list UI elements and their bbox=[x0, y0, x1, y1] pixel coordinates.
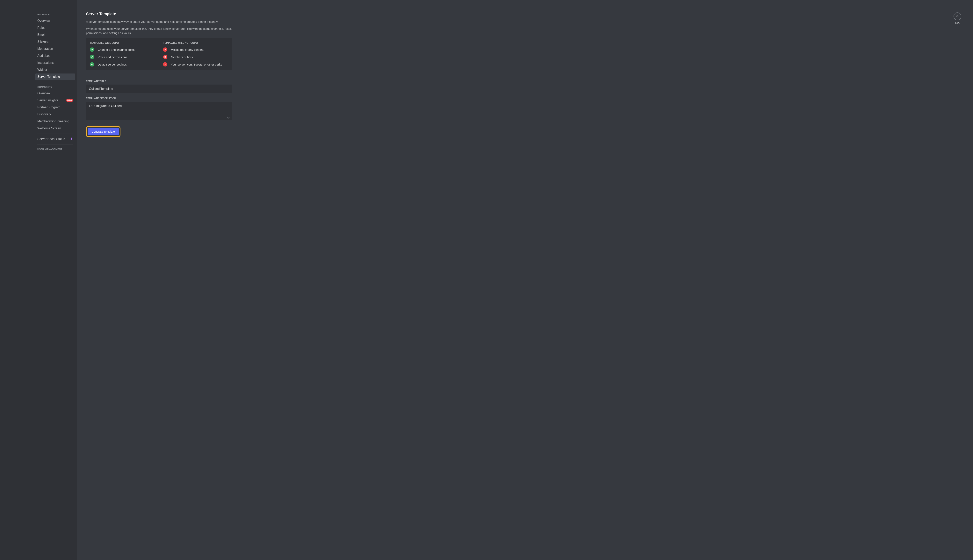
wont-copy-row: Messages or any content bbox=[163, 47, 229, 52]
sidebar-item-label: Moderation bbox=[37, 47, 53, 50]
sidebar-item-label: Overview bbox=[37, 19, 50, 23]
sidebar-item-label: Stickers bbox=[37, 40, 48, 43]
divider bbox=[37, 82, 73, 82]
will-copy-text: Default server settings bbox=[98, 63, 127, 66]
sidebar-section-user-management: USER MANAGEMENT bbox=[35, 147, 75, 152]
sidebar-item-label: Server Template bbox=[37, 75, 60, 78]
sidebar-item-community-overview[interactable]: Overview bbox=[35, 90, 75, 97]
sidebar-item-welcome-screen[interactable]: Welcome Screen bbox=[35, 125, 75, 132]
close-icon bbox=[956, 14, 959, 18]
close-button[interactable] bbox=[953, 12, 961, 20]
main-panel: ESC Server Template A server template is… bbox=[77, 0, 973, 560]
sidebar-section-server: ELDRITCH bbox=[35, 12, 75, 18]
sidebar-section-community: COMMUNITY bbox=[35, 84, 75, 90]
sidebar-item-label: Overview bbox=[37, 92, 50, 95]
char-count: 95 bbox=[227, 117, 230, 120]
boost-icon bbox=[70, 137, 73, 141]
sidebar-item-server-insights[interactable]: Server Insights NEW bbox=[35, 97, 75, 103]
generate-button-highlight: Generate Template bbox=[86, 126, 120, 137]
check-icon bbox=[90, 47, 94, 52]
sidebar-item-emoji[interactable]: Emoji bbox=[35, 32, 75, 38]
sidebar-item-server-boost[interactable]: Server Boost Status bbox=[35, 136, 75, 142]
sidebar-item-label: Welcome Screen bbox=[37, 127, 61, 130]
sidebar-item-overview[interactable]: Overview bbox=[35, 18, 75, 24]
generate-template-button[interactable]: Generate Template bbox=[88, 128, 119, 135]
template-title-input[interactable] bbox=[86, 85, 232, 93]
page-desc-2: When someone uses your server template l… bbox=[86, 27, 232, 35]
sidebar-item-label: Audit Log bbox=[37, 54, 50, 58]
x-icon bbox=[163, 55, 167, 59]
will-copy-text: Channels and channel topics bbox=[98, 48, 135, 51]
will-copy-row: Roles and permissions bbox=[90, 55, 155, 59]
page-title: Server Template bbox=[86, 12, 232, 16]
divider bbox=[37, 133, 73, 134]
sidebar-item-label: Partner Program bbox=[37, 106, 60, 109]
sidebar-item-label: Widget bbox=[37, 68, 47, 72]
template-title-label: TEMPLATE TITLE bbox=[86, 80, 232, 83]
wont-copy-text: Your server icon, Boosts, or other perks bbox=[171, 63, 222, 66]
copy-info-panel: TEMPLATES WILL COPY: Channels and channe… bbox=[86, 38, 232, 70]
will-copy-header: TEMPLATES WILL COPY: bbox=[90, 42, 155, 44]
sidebar-item-stickers[interactable]: Stickers bbox=[35, 38, 75, 45]
new-badge: NEW bbox=[66, 99, 73, 102]
will-copy-row: Channels and channel topics bbox=[90, 47, 155, 52]
sidebar-item-moderation[interactable]: Moderation bbox=[35, 45, 75, 52]
sidebar-item-label: Roles bbox=[37, 26, 45, 30]
sidebar-item-discovery[interactable]: Discovery bbox=[35, 111, 75, 118]
sidebar-item-audit-log[interactable]: Audit Log bbox=[35, 52, 75, 59]
sidebar-item-integrations[interactable]: Integrations bbox=[35, 60, 75, 66]
will-copy-column: TEMPLATES WILL COPY: Channels and channe… bbox=[90, 42, 155, 67]
wont-copy-text: Members or bots bbox=[171, 55, 193, 59]
template-description-label: TEMPLATE DESCRIPTION bbox=[86, 97, 232, 100]
sidebar-item-widget[interactable]: Widget bbox=[35, 67, 75, 73]
check-icon bbox=[90, 55, 94, 59]
sidebar-item-label: Discovery bbox=[37, 113, 51, 116]
wont-copy-column: TEMPLATES WILL NOT COPY: Messages or any… bbox=[163, 42, 229, 67]
template-description-input[interactable] bbox=[86, 102, 232, 120]
sidebar-item-partner-program[interactable]: Partner Program bbox=[35, 104, 75, 111]
x-icon bbox=[163, 62, 167, 67]
sidebar-item-label: Server Boost Status bbox=[37, 137, 65, 141]
sidebar-item-server-template[interactable]: Server Template bbox=[35, 73, 75, 80]
sidebar-item-roles[interactable]: Roles bbox=[35, 25, 75, 31]
will-copy-text: Roles and permissions bbox=[98, 55, 127, 59]
sidebar-item-label: Membership Screening bbox=[37, 120, 69, 123]
divider bbox=[86, 75, 232, 75]
close-label: ESC bbox=[953, 22, 961, 24]
x-icon bbox=[163, 47, 167, 52]
check-icon bbox=[90, 62, 94, 67]
will-copy-row: Default server settings bbox=[90, 62, 155, 67]
wont-copy-text: Messages or any content bbox=[171, 48, 204, 51]
settings-sidebar: ELDRITCH Overview Roles Emoji Stickers M… bbox=[33, 0, 77, 560]
sidebar-item-membership-screening[interactable]: Membership Screening bbox=[35, 118, 75, 125]
sidebar-item-label: Integrations bbox=[37, 61, 54, 65]
wont-copy-header: TEMPLATES WILL NOT COPY: bbox=[163, 42, 229, 44]
page-desc-1: A server template is an easy way to shar… bbox=[86, 20, 232, 24]
wont-copy-row: Your server icon, Boosts, or other perks bbox=[163, 62, 229, 67]
gutter-left bbox=[0, 0, 33, 560]
close-area: ESC bbox=[953, 12, 961, 24]
sidebar-item-label: Server Insights bbox=[37, 98, 58, 102]
sidebar-item-label: Emoji bbox=[37, 33, 45, 37]
wont-copy-row: Members or bots bbox=[163, 55, 229, 59]
divider bbox=[37, 144, 73, 145]
